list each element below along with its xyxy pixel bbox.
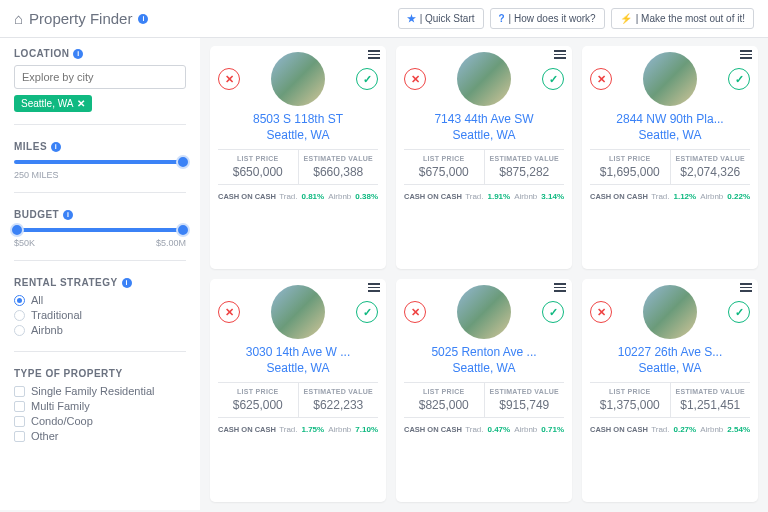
property-card: ✕ ✓ 2844 NW 90th Pla...Seattle, WA LIST … <box>582 46 758 269</box>
coc-label: CASH ON CASH <box>590 192 648 201</box>
property-address[interactable]: 5025 Renton Ave ...Seattle, WA <box>404 345 564 376</box>
coc-label: CASH ON CASH <box>404 425 462 434</box>
slider-thumb[interactable] <box>176 155 190 169</box>
radio-label: Airbnb <box>31 324 63 336</box>
menu-icon[interactable] <box>740 50 752 59</box>
header-title-group: ⌂ Property Finder i <box>14 10 148 27</box>
strategy-option[interactable]: Traditional <box>14 309 186 321</box>
reject-button[interactable]: ✕ <box>404 68 426 90</box>
menu-icon[interactable] <box>368 283 380 292</box>
budget-slider[interactable] <box>14 228 186 232</box>
est-value-label: ESTIMATED VALUE <box>487 155 563 162</box>
location-section: LOCATIONi Seattle, WA✕ <box>14 48 186 125</box>
list-price-label: LIST PRICE <box>592 388 668 395</box>
trad-value: 0.27% <box>674 425 697 434</box>
info-icon[interactable]: i <box>51 142 61 152</box>
airbnb-value: 2.54% <box>727 425 750 434</box>
location-input[interactable] <box>14 65 186 89</box>
quick-start-button[interactable]: ★| Quick Start <box>398 8 484 29</box>
est-value-label: ESTIMATED VALUE <box>301 388 377 395</box>
menu-icon[interactable] <box>740 283 752 292</box>
proptype-option[interactable]: Other <box>14 430 186 442</box>
miles-slider[interactable] <box>14 160 186 164</box>
proptype-option[interactable]: Single Family Residential <box>14 385 186 397</box>
budget-max: $5.00M <box>156 238 186 248</box>
coc-label: CASH ON CASH <box>218 425 276 434</box>
list-price-value: $825,000 <box>406 398 482 412</box>
header-buttons: ★| Quick Start ?| How does it work? ⚡| M… <box>398 8 754 29</box>
accept-button[interactable]: ✓ <box>356 68 378 90</box>
list-price-value: $650,000 <box>220 165 296 179</box>
reject-button[interactable]: ✕ <box>404 301 426 323</box>
info-icon[interactable]: i <box>122 278 132 288</box>
price-row: LIST PRICE$1,695,000 ESTIMATED VALUE$2,0… <box>590 149 750 185</box>
property-thumb[interactable] <box>271 285 325 339</box>
property-thumb[interactable] <box>643 285 697 339</box>
slider-thumb-min[interactable] <box>10 223 24 237</box>
proptype-title: TYPE OF PROPERTY <box>14 368 123 379</box>
card-top: ✕ ✓ <box>218 285 378 339</box>
radio-icon <box>14 295 25 306</box>
close-icon[interactable]: ✕ <box>77 98 85 109</box>
price-row: LIST PRICE$650,000 ESTIMATED VALUE$660,3… <box>218 149 378 185</box>
cash-on-cash-row: CASH ON CASH Trad. 1.75% Airbnb 7.10% <box>218 425 378 434</box>
make-most-button[interactable]: ⚡| Make the most out of it! <box>611 8 754 29</box>
accept-button[interactable]: ✓ <box>728 301 750 323</box>
strategy-option[interactable]: Airbnb <box>14 324 186 336</box>
budget-section: BUDGETi $50K$5.00M <box>14 209 186 261</box>
info-icon[interactable]: i <box>63 210 73 220</box>
star-icon: ★ <box>407 13 416 24</box>
accept-button[interactable]: ✓ <box>542 301 564 323</box>
property-address[interactable]: 2844 NW 90th Pla...Seattle, WA <box>590 112 750 143</box>
property-thumb[interactable] <box>457 285 511 339</box>
menu-icon[interactable] <box>368 50 380 59</box>
card-top: ✕ ✓ <box>590 52 750 106</box>
strategy-option[interactable]: All <box>14 294 186 306</box>
sidebar: LOCATIONi Seattle, WA✕ MILESi 250 MILES … <box>0 38 200 510</box>
reject-button[interactable]: ✕ <box>218 68 240 90</box>
menu-icon[interactable] <box>554 283 566 292</box>
reject-button[interactable]: ✕ <box>218 301 240 323</box>
list-price-label: LIST PRICE <box>406 388 482 395</box>
price-row: LIST PRICE$675,000 ESTIMATED VALUE$875,2… <box>404 149 564 185</box>
property-grid: ✕ ✓ 8503 S 118th STSeattle, WA LIST PRIC… <box>200 38 768 510</box>
trad-value: 1.12% <box>674 192 697 201</box>
location-tag[interactable]: Seattle, WA✕ <box>14 95 92 112</box>
how-button[interactable]: ?| How does it work? <box>490 8 605 29</box>
property-address[interactable]: 8503 S 118th STSeattle, WA <box>218 112 378 143</box>
property-thumb[interactable] <box>457 52 511 106</box>
coc-label: CASH ON CASH <box>590 425 648 434</box>
price-row: LIST PRICE$825,000 ESTIMATED VALUE$915,7… <box>404 382 564 418</box>
proptype-option[interactable]: Condo/Coop <box>14 415 186 427</box>
checkbox-label: Other <box>31 430 59 442</box>
menu-icon[interactable] <box>554 50 566 59</box>
strategy-section: RENTAL STRATEGYi AllTraditionalAirbnb <box>14 277 186 352</box>
reject-button[interactable]: ✕ <box>590 301 612 323</box>
airbnb-value: 0.38% <box>355 192 378 201</box>
trad-value: 1.75% <box>302 425 325 434</box>
accept-button[interactable]: ✓ <box>542 68 564 90</box>
cash-on-cash-row: CASH ON CASH Trad. 0.81% Airbnb 0.38% <box>218 192 378 201</box>
help-icon: ? <box>499 13 505 24</box>
proptype-option[interactable]: Multi Family <box>14 400 186 412</box>
airbnb-value: 0.71% <box>541 425 564 434</box>
accept-button[interactable]: ✓ <box>356 301 378 323</box>
trad-value: 1.91% <box>488 192 511 201</box>
price-row: LIST PRICE$1,375,000 ESTIMATED VALUE$1,2… <box>590 382 750 418</box>
property-thumb[interactable] <box>643 52 697 106</box>
coc-label: CASH ON CASH <box>404 192 462 201</box>
accept-button[interactable]: ✓ <box>728 68 750 90</box>
property-card: ✕ ✓ 3030 14th Ave W ...Seattle, WA LIST … <box>210 279 386 502</box>
list-price-value: $675,000 <box>406 165 482 179</box>
property-address[interactable]: 10227 26th Ave S...Seattle, WA <box>590 345 750 376</box>
property-thumb[interactable] <box>271 52 325 106</box>
cash-on-cash-row: CASH ON CASH Trad. 0.47% Airbnb 0.71% <box>404 425 564 434</box>
cash-on-cash-row: CASH ON CASH Trad. 1.12% Airbnb 0.22% <box>590 192 750 201</box>
page-title: Property Finder <box>29 10 132 27</box>
info-icon[interactable]: i <box>73 49 83 59</box>
property-address[interactable]: 7143 44th Ave SWSeattle, WA <box>404 112 564 143</box>
property-address[interactable]: 3030 14th Ave W ...Seattle, WA <box>218 345 378 376</box>
info-icon[interactable]: i <box>138 14 148 24</box>
reject-button[interactable]: ✕ <box>590 68 612 90</box>
slider-thumb-max[interactable] <box>176 223 190 237</box>
